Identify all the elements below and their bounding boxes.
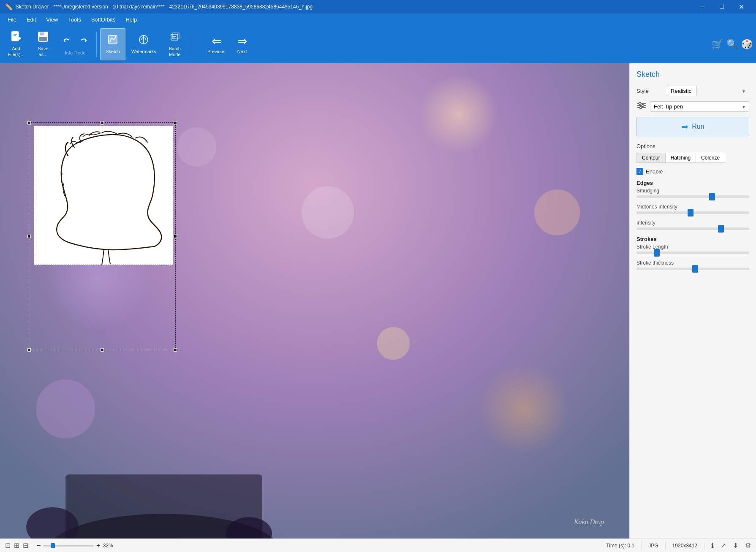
- search-icon[interactable]: 🔍: [726, 39, 738, 50]
- enable-checkbox[interactable]: ✓: [636, 168, 643, 175]
- stroke-length-track[interactable]: [636, 252, 749, 254]
- run-button[interactable]: ➡ Run: [636, 117, 749, 136]
- next-arrow-icon: ⇒: [237, 34, 247, 48]
- maximize-button[interactable]: □: [712, 0, 732, 14]
- redo-button[interactable]: [76, 33, 91, 49]
- run-arrow-icon: ➡: [681, 122, 688, 132]
- zoom-control: − + 32%: [37, 542, 118, 549]
- stroke-thickness-track[interactable]: [636, 268, 749, 270]
- menu-bar: File Edit View Tools SoftOrbits Help: [0, 14, 756, 25]
- stroke-thickness-slider-container: Stroke thickness: [636, 260, 749, 270]
- cart-icon[interactable]: 🛒: [712, 39, 723, 50]
- status-icons: ⊡ ⊞ ⊟: [5, 541, 28, 549]
- settings-status-icon[interactable]: ⚙: [745, 541, 751, 549]
- zoom-slider[interactable]: [43, 545, 94, 547]
- toolbar-sep-1: [96, 32, 97, 57]
- stroke-length-thumb[interactable]: [654, 249, 660, 257]
- menu-edit[interactable]: Edit: [22, 15, 40, 24]
- status-sep-1: [641, 541, 642, 550]
- menu-view[interactable]: View: [42, 15, 62, 24]
- smudging-thumb[interactable]: [709, 193, 715, 200]
- status-right: Time (s): 0.1 JPG 1920x3412 ℹ ↗ ⬇ ⚙: [606, 541, 751, 550]
- status-sep-2: [665, 541, 666, 550]
- zoom-fit-icon[interactable]: ⊡: [5, 541, 11, 549]
- close-button[interactable]: ✕: [732, 0, 751, 14]
- add-file-button[interactable]: AddFile(s)...: [3, 28, 29, 60]
- resolution-label: 1920x3412: [672, 543, 697, 549]
- sketch-icon: [107, 34, 119, 47]
- midtones-thumb[interactable]: [688, 209, 693, 216]
- intensity-label: Intensity: [636, 220, 749, 226]
- status-bar: ⊡ ⊞ ⊟ − + 32% Time (s): 0.1 JPG 1920x341…: [0, 538, 756, 552]
- actual-size-icon[interactable]: ⊞: [14, 541, 19, 549]
- save-as-label: Saveas...: [38, 46, 48, 57]
- intensity-track[interactable]: [636, 227, 749, 230]
- batch-mode-label: BatchMode: [169, 46, 181, 57]
- main-area: Kako Drop Sketch Style Realistic Cartoon…: [0, 63, 756, 538]
- zoom-out-button[interactable]: −: [37, 542, 41, 549]
- menu-tools[interactable]: Tools: [64, 15, 85, 24]
- run-label: Run: [692, 123, 704, 130]
- svg-point-23: [534, 189, 580, 235]
- style-select[interactable]: Realistic Cartoon Pencil Charcoal: [667, 86, 697, 96]
- zoom-value: 32%: [103, 543, 118, 549]
- style-select-wrapper: Realistic Cartoon Pencil Charcoal: [667, 86, 749, 96]
- midtones-track[interactable]: [636, 211, 749, 214]
- menu-file[interactable]: File: [3, 15, 21, 24]
- stroke-length-label: Stroke Length: [636, 244, 749, 250]
- photo-background: Kako Drop: [0, 63, 629, 538]
- sketch-svg: [34, 126, 174, 265]
- add-file-label: AddFile(s)...: [8, 46, 24, 57]
- tab-contour[interactable]: Contour: [636, 153, 665, 163]
- save-icon: [37, 31, 49, 44]
- sketch-button[interactable]: Sketch: [100, 28, 125, 60]
- info-status-icon[interactable]: ℹ: [711, 541, 714, 549]
- svg-point-19: [302, 186, 354, 238]
- save-as-button[interactable]: Saveas...: [30, 28, 56, 60]
- smudging-slider-container: Smudging: [636, 188, 749, 198]
- nav-group: ⇐ Previous ⇒ Next: [203, 32, 251, 57]
- midtones-slider-container: Midtones Intensity: [636, 204, 749, 214]
- watermarks-icon: [138, 34, 150, 47]
- svg-rect-5: [40, 32, 44, 35]
- window-controls: ─ □ ✕: [693, 0, 751, 14]
- menu-softorbits[interactable]: SoftOrbits: [87, 15, 120, 24]
- batch-mode-button[interactable]: BatchMode: [162, 28, 188, 60]
- format-label: JPG: [648, 543, 658, 549]
- zoom-slider-thumb[interactable]: [51, 543, 55, 548]
- svg-point-22: [36, 379, 95, 438]
- style-label: Style: [636, 88, 662, 94]
- tab-colorize[interactable]: Colorize: [696, 153, 725, 163]
- enable-label: Enable: [646, 168, 663, 175]
- stroke-length-slider-container: Stroke Length: [636, 244, 749, 254]
- download-icon[interactable]: ⬇: [733, 541, 738, 549]
- view-icon[interactable]: ⊟: [23, 541, 28, 549]
- canvas-area[interactable]: Kako Drop: [0, 63, 629, 538]
- undo-button[interactable]: [59, 33, 74, 49]
- svg-point-18: [479, 363, 570, 455]
- intensity-slider-container: Intensity: [636, 220, 749, 230]
- next-button[interactable]: ⇒ Next: [233, 32, 251, 57]
- panel-title: Sketch: [636, 70, 749, 79]
- presets-select[interactable]: Felt-Tip pen Pencil Charcoal Ink: [650, 101, 749, 112]
- 3d-icon[interactable]: 🎲: [741, 39, 753, 50]
- intensity-thumb[interactable]: [718, 225, 724, 233]
- minimize-button[interactable]: ─: [693, 0, 712, 14]
- previous-arrow-icon: ⇐: [212, 34, 221, 48]
- zoom-in-button[interactable]: +: [96, 542, 100, 549]
- stroke-thickness-thumb[interactable]: [692, 265, 698, 273]
- presets-row: Felt-Tip pen Pencil Charcoal Ink: [636, 101, 749, 112]
- share-icon[interactable]: ↗: [721, 541, 726, 549]
- time-label: Time (s): 0.1: [606, 543, 634, 549]
- toolbar: AddFile(s)... Saveas... Info Redo: [0, 25, 756, 63]
- add-file-icon: [10, 31, 22, 44]
- svg-point-16: [419, 75, 498, 154]
- svg-point-20: [177, 127, 216, 167]
- tab-hatching[interactable]: Hatching: [665, 153, 696, 163]
- svg-rect-6: [39, 37, 47, 41]
- batch-mode-icon: [169, 31, 181, 44]
- smudging-track[interactable]: [636, 195, 749, 198]
- menu-help[interactable]: Help: [121, 15, 141, 24]
- previous-button[interactable]: ⇐ Previous: [203, 32, 230, 57]
- watermarks-button[interactable]: Watermarks: [127, 28, 160, 60]
